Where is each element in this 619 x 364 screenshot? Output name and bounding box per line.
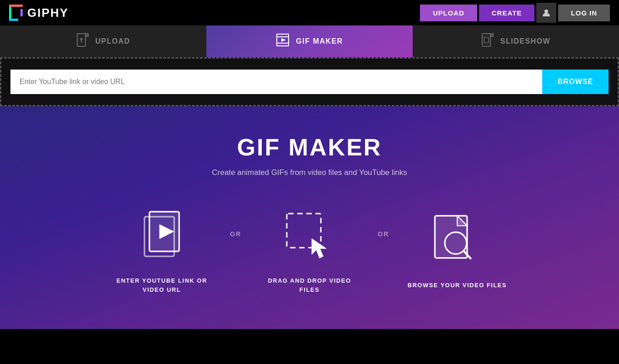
svg-rect-1 — [9, 5, 23, 7]
browse-files-icon — [430, 214, 484, 268]
gif-maker-subtitle: Create animated GIFs from video files an… — [212, 168, 407, 177]
svg-marker-18 — [312, 239, 326, 258]
header-left: GIPHY — [9, 5, 69, 21]
upload-button[interactable]: UPLOAD — [420, 5, 477, 21]
tab-gif-maker[interactable]: GIF MAKER — [206, 25, 413, 57]
gif-maker-tab-label: GIF MAKER — [296, 37, 343, 45]
step-drag-drop: DRAG AND DROP VIDEO FILES — [260, 209, 359, 294]
slideshow-tab-icon — [481, 33, 494, 50]
or-label-2: OR — [378, 230, 389, 260]
gif-maker-tab-icon — [276, 33, 290, 50]
steps-row: ENTER YOUTUBE LINK OR VIDEO URL OR DRAG … — [105, 209, 514, 294]
gif-maker-title: GIF MAKER — [237, 134, 382, 161]
giphy-logo-icon — [9, 5, 23, 21]
svg-rect-11 — [482, 34, 490, 46]
tab-upload[interactable]: UPLOAD — [0, 25, 206, 57]
tabs-nav: UPLOAD GIF MAKER SLIDESHOW — [0, 25, 619, 57]
main-content: GIF MAKER Create animated GIFs from vide… — [0, 106, 619, 329]
youtube-icon — [135, 209, 189, 264]
drag-drop-icon — [282, 209, 337, 264]
svg-rect-13 — [484, 37, 489, 43]
user-icon-button[interactable] — [536, 3, 556, 23]
upload-tab-label: UPLOAD — [95, 37, 130, 45]
login-button[interactable]: LOG IN — [558, 5, 610, 21]
svg-rect-0 — [9, 5, 11, 21]
browse-button[interactable]: BROWSE — [542, 70, 609, 94]
svg-rect-9 — [277, 43, 289, 44]
svg-rect-8 — [277, 36, 289, 37]
step-drag-drop-label: DRAG AND DROP VIDEO FILES — [260, 276, 359, 294]
step-youtube: ENTER YOUTUBE LINK OR VIDEO URL — [112, 209, 212, 294]
svg-point-4 — [544, 10, 548, 13]
drop-zone: BROWSE — [0, 57, 619, 106]
svg-marker-10 — [281, 38, 286, 42]
logo-text: GIPHY — [27, 6, 69, 20]
step-browse-label: BROWSE YOUR VIDEO FILES — [408, 281, 507, 290]
header: GIPHY UPLOAD CREATE LOG IN — [0, 0, 619, 25]
or-label-1: OR — [230, 230, 241, 260]
url-input[interactable] — [10, 70, 542, 94]
drop-zone-inner: BROWSE — [10, 70, 609, 94]
upload-tab-icon — [76, 33, 89, 50]
tab-slideshow[interactable]: SLIDESHOW — [413, 25, 619, 57]
svg-rect-3 — [9, 19, 18, 21]
svg-rect-2 — [20, 9, 23, 16]
header-right: UPLOAD CREATE LOG IN — [420, 3, 610, 23]
step-browse: BROWSE YOUR VIDEO FILES — [407, 214, 507, 290]
slideshow-tab-label: SLIDESHOW — [500, 37, 550, 45]
create-button[interactable]: CREATE — [479, 5, 535, 21]
step-youtube-label: ENTER YOUTUBE LINK OR VIDEO URL — [112, 276, 212, 294]
